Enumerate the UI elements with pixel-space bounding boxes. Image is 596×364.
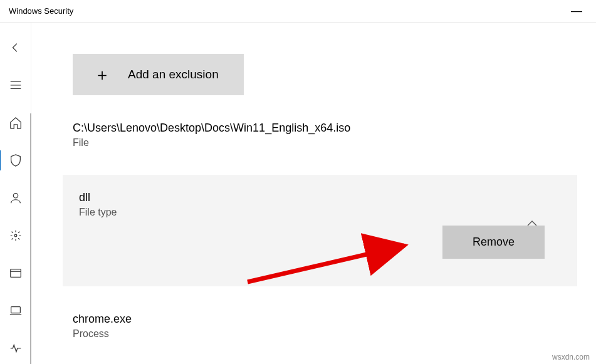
add-exclusion-label: Add an exclusion	[128, 68, 219, 81]
shield-icon	[9, 153, 23, 167]
exclusion-title: dll	[79, 191, 561, 204]
exclusion-item-process[interactable]: chrome.exe Process	[73, 313, 577, 340]
content-area: ＋ Add an exclusion C:\Users\Lenovo\Deskt…	[31, 23, 596, 364]
exclusion-title: C:\Users\Lenovo\Desktop\Docs\Win11_Engli…	[73, 122, 577, 135]
health-icon	[9, 341, 23, 355]
exclusion-type: File type	[79, 207, 561, 218]
device-icon	[9, 304, 23, 318]
sidebar	[0, 23, 31, 364]
hamburger-icon	[9, 78, 23, 92]
minimize-button[interactable]: —	[566, 4, 587, 18]
watermark: wsxdn.com	[552, 353, 590, 361]
titlebar: Windows Security —	[0, 0, 596, 23]
add-exclusion-button[interactable]: ＋ Add an exclusion	[73, 54, 244, 95]
svg-point-1	[14, 234, 17, 237]
window-title: Windows Security	[9, 6, 73, 16]
svg-rect-2	[10, 269, 21, 278]
exclusion-item-filetype-expanded[interactable]: dll File type Remove	[63, 175, 577, 286]
svg-rect-3	[11, 307, 20, 313]
exclusion-type: File	[73, 137, 577, 148]
home-icon	[9, 116, 23, 130]
exclusion-item-file[interactable]: C:\Users\Lenovo\Desktop\Docs\Win11_Engli…	[73, 122, 577, 148]
exclusion-type: Process	[73, 328, 577, 340]
sidebar-item-account[interactable]	[1, 190, 31, 205]
sidebar-item-health[interactable]	[1, 341, 31, 356]
firewall-icon	[9, 229, 23, 242]
app-body: ＋ Add an exclusion C:\Users\Lenovo\Deskt…	[0, 23, 596, 364]
app-browser-icon	[9, 266, 23, 280]
sidebar-item-virus-protection[interactable]	[1, 153, 31, 168]
remove-button[interactable]: Remove	[442, 226, 545, 259]
back-arrow-icon	[9, 41, 23, 55]
sidebar-item-firewall[interactable]	[1, 228, 31, 243]
exclusion-title: chrome.exe	[73, 313, 577, 326]
sidebar-item-app-browser[interactable]	[1, 266, 31, 281]
back-button[interactable]	[1, 40, 31, 55]
sidebar-item-home[interactable]	[1, 115, 31, 130]
menu-button[interactable]	[1, 78, 31, 93]
svg-point-0	[13, 194, 18, 198]
sidebar-item-device-security[interactable]	[1, 303, 31, 318]
account-icon	[9, 191, 23, 205]
